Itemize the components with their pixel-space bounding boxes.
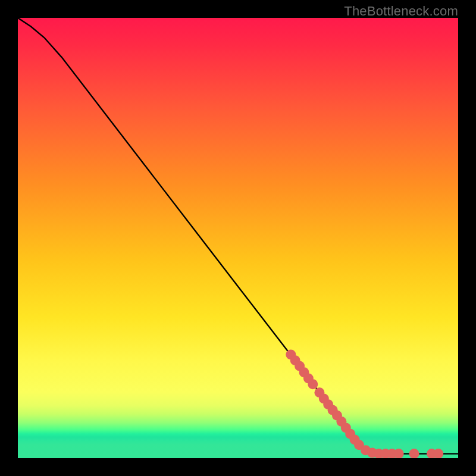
plot-area — [18, 18, 458, 458]
attribution-text: TheBottleneck.com — [344, 4, 458, 19]
chart-container: TheBottleneck.com — [0, 0, 476, 476]
curve-line — [18, 18, 458, 454]
highlight-point — [409, 449, 419, 458]
chart-svg — [18, 18, 458, 458]
highlight-point — [308, 379, 318, 389]
highlight-points — [286, 350, 443, 458]
